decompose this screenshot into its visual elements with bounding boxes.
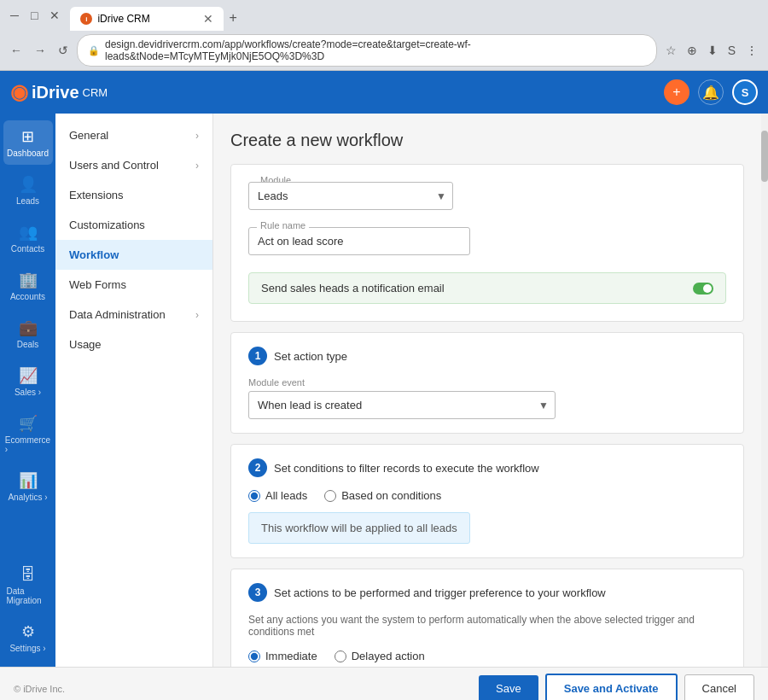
bookmark-btn[interactable]: ☆	[662, 42, 680, 59]
notification-toggle[interactable]	[693, 283, 713, 295]
nav-label-general: General	[69, 129, 108, 142]
app-logo: ◉ iDrive CRM	[10, 80, 108, 104]
extensions-btn[interactable]: ⊕	[684, 42, 701, 59]
section1-num: 1	[248, 347, 267, 365]
settings-icon: ⚙	[21, 622, 35, 641]
logo-icon: ◉	[10, 80, 28, 104]
page-title: Create a new workflow	[230, 131, 744, 150]
sidebar-label-accounts: Accounts	[10, 292, 45, 301]
cancel-button[interactable]: Cancel	[684, 674, 754, 700]
footer: © iDrive Inc. Save Save and Activate Can…	[0, 667, 768, 700]
section2-block: 2 Set conditions to filter records to ex…	[230, 444, 744, 558]
url-text: design.devidrivercrm.com/app/workflows/c…	[105, 38, 646, 62]
back-btn[interactable]: ←	[7, 42, 26, 59]
nav-item-web-forms[interactable]: Web Forms	[55, 270, 212, 300]
sidebar-item-ecommerce[interactable]: 🛒 Ecommerce ›	[3, 407, 53, 461]
save-button[interactable]: Save	[479, 675, 538, 700]
immediate-label: Immediate	[265, 650, 317, 662]
sidebar-label-ecommerce: Ecommerce ›	[5, 435, 50, 454]
nav-label-usage: Usage	[69, 338, 102, 351]
maximize-btn[interactable]: □	[27, 7, 41, 24]
scrollbar-thumb[interactable]	[761, 131, 768, 182]
sidebar-item-data-migration[interactable]: 🗄 Data Migration	[3, 559, 53, 612]
workflow-info-box: This workflow will be applied to all lea…	[248, 512, 470, 544]
nav-item-general[interactable]: General ›	[55, 120, 212, 150]
deals-icon: 💼	[19, 318, 38, 337]
download-btn[interactable]: ⬇	[704, 42, 721, 59]
module-select-wrapper: Leads Contacts Accounts ▼	[248, 182, 453, 210]
app-header: ◉ iDrive CRM + 🔔 S	[0, 71, 768, 114]
close-btn[interactable]: ✕	[46, 7, 63, 24]
user-avatar[interactable]: S	[732, 79, 758, 105]
active-tab[interactable]: i iDrive CRM ✕	[70, 7, 224, 31]
sidebar-label-data-migration: Data Migration	[7, 586, 49, 605]
delayed-action-radio[interactable]: Delayed action	[335, 650, 425, 662]
nav-arrow-data-admin: ›	[195, 309, 199, 321]
nav-item-users-control[interactable]: Users and Control ›	[55, 150, 212, 180]
all-leads-radio[interactable]: All leads	[248, 489, 307, 502]
bell-btn[interactable]: 🔔	[698, 79, 724, 105]
sidebar-label-leads: Leads	[16, 196, 39, 206]
section1-block: 1 Set action type Module event When lead…	[230, 332, 744, 434]
data-migration-icon: 🗄	[20, 566, 36, 584]
sidebar-item-accounts[interactable]: 🏢 Accounts	[3, 264, 53, 308]
module-event-select[interactable]: When lead is created When lead is update…	[248, 391, 556, 419]
dashboard-icon: ⊞	[21, 127, 34, 146]
sidebar-item-contacts[interactable]: 👥 Contacts	[3, 216, 53, 260]
lock-icon: 🔒	[88, 45, 100, 56]
section1-header: 1 Set action type	[248, 347, 726, 365]
based-on-conditions-radio[interactable]: Based on conditions	[324, 489, 441, 502]
module-select[interactable]: Leads Contacts Accounts	[248, 182, 453, 210]
sidebar-item-dashboard[interactable]: ⊞ Dashboard	[3, 120, 53, 165]
accounts-icon: 🏢	[19, 271, 38, 289]
tab-close-btn[interactable]: ✕	[203, 12, 213, 26]
section2-header: 2 Set conditions to filter records to ex…	[248, 458, 726, 477]
sidebar-label-analytics: Analytics ›	[8, 493, 47, 502]
address-bar: 🔒 design.devidrivercrm.com/app/workflows…	[77, 34, 657, 67]
sidebar-item-settings[interactable]: ⚙ Settings ›	[3, 615, 53, 660]
logo-text: iDrive	[32, 83, 79, 102]
section1-title: Set action type	[274, 350, 347, 363]
menu-btn[interactable]: ⋮	[742, 42, 761, 59]
forward-btn[interactable]: →	[31, 42, 49, 59]
section3-header: 3 Set actions to be performed and trigge…	[248, 583, 726, 602]
minimize-btn[interactable]: ─	[7, 7, 22, 24]
profile-btn[interactable]: S	[724, 42, 739, 59]
sidebar-item-sales[interactable]: 📈 Sales ›	[3, 359, 53, 404]
action-description: Set any actions you want the system to p…	[248, 614, 726, 638]
notification-text: Send sales heads a notification email	[261, 282, 445, 295]
section3-title: Set actions to be performed and trigger …	[274, 586, 606, 599]
section2-num: 2	[248, 458, 267, 477]
nav-item-data-admin[interactable]: Data Administration ›	[55, 300, 212, 330]
nav-label-workflow: Workflow	[69, 248, 119, 261]
sales-icon: 📈	[19, 366, 38, 385]
nav-arrow-users: ›	[195, 160, 199, 172]
section2-radio-group: All leads Based on conditions	[248, 489, 726, 502]
nav-menu: General › Users and Control › Extensions…	[55, 114, 213, 667]
reload-btn[interactable]: ↺	[55, 42, 72, 59]
nav-arrow-general: ›	[195, 130, 199, 142]
tab-title: iDrive CRM	[97, 13, 149, 25]
nav-label-users-control: Users and Control	[69, 159, 159, 172]
rule-name-input[interactable]	[248, 227, 470, 255]
sidebar-item-deals[interactable]: 💼 Deals	[3, 312, 53, 356]
immediate-radio[interactable]: Immediate	[248, 650, 317, 662]
sidebar-item-analytics[interactable]: 📊 Analytics ›	[3, 464, 53, 509]
rule-name-label: Rule name	[257, 220, 309, 230]
nav-item-usage[interactable]: Usage	[55, 330, 212, 359]
nav-label-web-forms: Web Forms	[69, 278, 126, 291]
tab-favicon: i	[80, 13, 92, 25]
workflow-info-text: This workflow will be applied to all lea…	[261, 522, 457, 534]
sidebar-item-leads[interactable]: 👤 Leads	[3, 168, 53, 213]
nav-item-workflow[interactable]: Workflow	[55, 240, 212, 270]
delayed-label: Delayed action	[352, 650, 425, 662]
nav-label-customizations: Customizations	[69, 219, 145, 231]
add-btn[interactable]: +	[664, 79, 689, 105]
ecommerce-icon: 🛒	[19, 414, 38, 433]
nav-item-customizations[interactable]: Customizations	[55, 210, 212, 240]
new-tab-btn[interactable]: +	[224, 5, 241, 31]
save-activate-button[interactable]: Save and Activate	[545, 674, 678, 700]
nav-item-extensions[interactable]: Extensions	[55, 180, 212, 210]
main-content: Create a new workflow Module Leads Conta…	[213, 114, 761, 667]
section3-num: 3	[248, 583, 267, 602]
